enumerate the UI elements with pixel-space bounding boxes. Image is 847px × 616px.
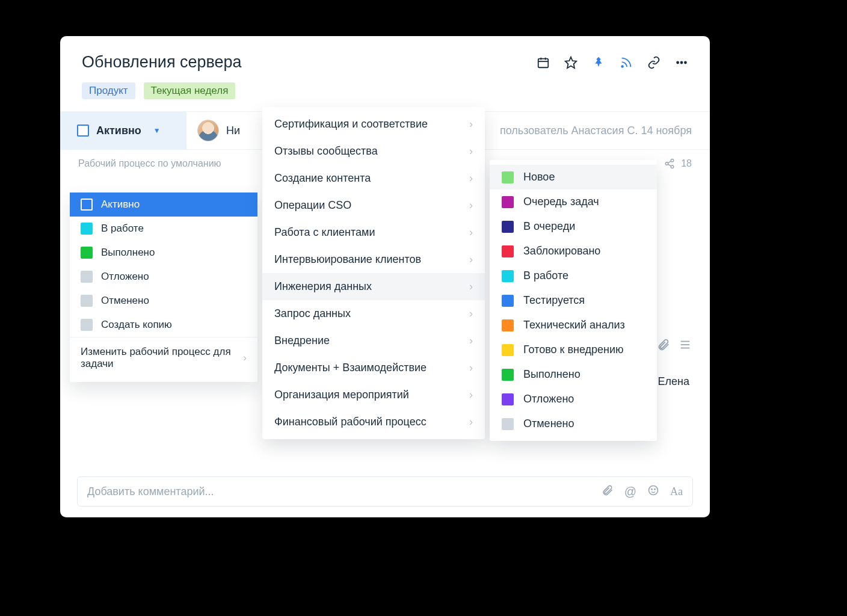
comment-input[interactable]	[87, 485, 591, 498]
substatus-option-label: В очереди	[523, 220, 575, 233]
workflow-option[interactable]: Инженерия данных›	[262, 273, 485, 300]
substatus-option[interactable]: Отложено	[490, 387, 657, 411]
substatus-option[interactable]: Отменено	[490, 411, 657, 436]
status-option-label: Отменено	[101, 295, 149, 307]
svg-point-17	[649, 485, 658, 494]
assignee[interactable]: Ни	[186, 120, 251, 141]
workflow-option[interactable]: Создание контента›	[262, 165, 485, 192]
svg-point-18	[651, 488, 652, 489]
workflow-option[interactable]: Отзывы сообщества›	[262, 138, 485, 165]
workflow-option-label: Инженерия данных	[274, 280, 372, 293]
card-header: Обновления сервера	[60, 36, 710, 82]
substatus-option-label: Новое	[523, 171, 555, 183]
status-option-label: В работе	[101, 223, 144, 235]
workflow-option[interactable]: Работа с клиентами›	[262, 219, 485, 246]
mention-icon[interactable]: @	[624, 485, 636, 499]
rss-icon[interactable]	[620, 56, 633, 69]
status-submenu: НовоеОчередь задачВ очередиЗаблокировано…	[490, 160, 657, 441]
workflow-option[interactable]: Финансовый рабочий процесс›	[262, 408, 485, 436]
share-count[interactable]: 18	[664, 158, 692, 169]
chevron-right-icon: ›	[469, 145, 473, 158]
color-swatch	[81, 295, 93, 307]
substatus-option[interactable]: Выполнено	[490, 362, 657, 387]
svg-point-11	[671, 165, 674, 168]
color-swatch	[81, 247, 93, 259]
substatus-option-label: Тестируется	[523, 294, 585, 307]
color-swatch	[502, 369, 514, 381]
chevron-right-icon: ›	[469, 118, 473, 131]
workflow-option-label: Отзывы сообщества	[274, 145, 378, 158]
workflow-option[interactable]: Сертификация и соответствие›	[262, 111, 485, 138]
status-option-label: Отложено	[101, 271, 149, 283]
workflow-option[interactable]: Внедрение›	[262, 327, 485, 354]
workflow-option-label: Работа с клиентами	[274, 226, 375, 239]
comment-bar: @ Aa	[77, 476, 693, 507]
substatus-option[interactable]: Тестируется	[490, 288, 657, 313]
color-swatch	[81, 223, 93, 235]
format-icon[interactable]: Aa	[670, 485, 683, 498]
status-dropdown: АктивноВ работеВыполненоОтложеноОтменено…	[70, 192, 257, 382]
caret-down-icon: ▼	[153, 126, 161, 135]
workflow-option-label: Сертификация и соответствие	[274, 118, 428, 131]
svg-marker-4	[565, 57, 576, 67]
status-label: Активно	[96, 125, 141, 137]
status-option[interactable]: В работе	[70, 217, 257, 241]
task-card: Обновления сервера Продукт Текущая не	[60, 36, 710, 517]
substatus-option-label: Технический анализ	[523, 319, 625, 331]
star-icon[interactable]	[564, 56, 578, 69]
share-number: 18	[681, 158, 692, 169]
workflow-option[interactable]: Запрос данных›	[262, 300, 485, 327]
substatus-option-label: Выполнено	[523, 368, 581, 381]
link-icon[interactable]	[647, 56, 661, 69]
chevron-right-icon: ›	[469, 307, 473, 320]
color-swatch	[502, 196, 514, 208]
status-option-label: Выполнено	[101, 247, 155, 259]
change-workflow-label: Изменить рабочий процесс для задачи	[81, 346, 231, 370]
svg-point-6	[677, 61, 679, 63]
workflow-option[interactable]: Документы + Взаимодействие›	[262, 354, 485, 381]
calendar-icon[interactable]	[537, 56, 550, 69]
chevron-right-icon: ›	[469, 199, 473, 212]
workflow-option[interactable]: Интервьюирование клиентов›	[262, 246, 485, 273]
substatus-option[interactable]: В очереди	[490, 214, 657, 239]
substatus-option[interactable]: Очередь задач	[490, 189, 657, 214]
color-swatch	[502, 418, 514, 430]
status-option[interactable]: Отменено	[70, 289, 257, 313]
status-option[interactable]: Создать копию	[70, 313, 257, 337]
substatus-option[interactable]: Новое	[490, 165, 657, 189]
color-swatch	[502, 270, 514, 282]
workflow-option[interactable]: Организация мероприятий›	[262, 381, 485, 408]
color-swatch	[502, 344, 514, 356]
paperclip-icon[interactable]	[657, 338, 670, 351]
color-swatch	[502, 393, 514, 405]
workflow-label: Рабочий процесс по умолчанию	[78, 158, 221, 169]
status-checkbox[interactable]	[77, 125, 89, 137]
status-option-label: Активно	[101, 199, 140, 211]
substatus-option-label: Готово к внедрению	[523, 343, 624, 356]
chevron-right-icon: ›	[243, 352, 247, 364]
status-option[interactable]: Активно	[70, 192, 257, 217]
tag-week[interactable]: Текущая неделя	[144, 82, 236, 99]
substatus-option[interactable]: Технический анализ	[490, 313, 657, 337]
color-swatch	[502, 171, 514, 183]
workflow-option-label: Финансовый рабочий процесс	[274, 416, 427, 428]
side-name: Елена	[658, 375, 689, 388]
chevron-right-icon: ›	[469, 172, 473, 185]
attach-icon[interactable]	[602, 484, 614, 499]
substatus-option[interactable]: Заблокировано	[490, 239, 657, 263]
status-dropdown-trigger[interactable]: Активно ▼	[60, 111, 186, 150]
chevron-right-icon: ›	[469, 280, 473, 293]
workflow-option-label: Внедрение	[274, 334, 330, 347]
list-icon[interactable]	[679, 338, 692, 351]
pin-icon[interactable]	[592, 56, 605, 69]
task-title: Обновления сервера	[82, 53, 242, 72]
substatus-option[interactable]: В работе	[490, 263, 657, 288]
change-workflow-button[interactable]: Изменить рабочий процесс для задачи ›	[70, 337, 257, 378]
status-option[interactable]: Отложено	[70, 265, 257, 289]
emoji-icon[interactable]	[647, 484, 659, 499]
more-icon[interactable]	[675, 56, 688, 69]
workflow-option[interactable]: Операции CSO›	[262, 192, 485, 219]
tag-product[interactable]: Продукт	[82, 82, 135, 99]
status-option[interactable]: Выполнено	[70, 241, 257, 265]
substatus-option[interactable]: Готово к внедрению	[490, 337, 657, 362]
